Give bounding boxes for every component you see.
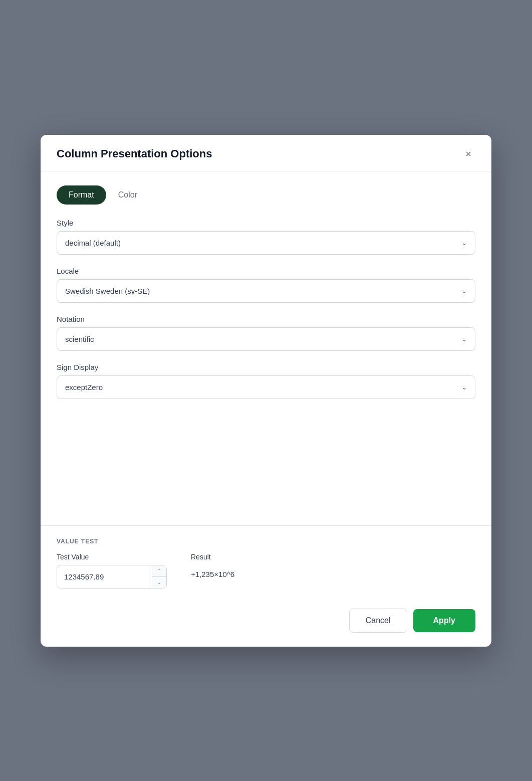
style-field-group: Style decimal (default) percent currency… — [57, 219, 475, 255]
close-button[interactable]: × — [461, 147, 475, 161]
locale-select-wrapper: Swedish Sweden (sv-SE) English US (en-US… — [57, 279, 475, 303]
notation-select[interactable]: scientific standard engineering compact — [57, 327, 475, 351]
sign-display-label: Sign Display — [57, 363, 475, 371]
spinner-buttons: ⌃ ⌄ — [152, 565, 166, 588]
tab-color[interactable]: Color — [110, 185, 145, 205]
style-label: Style — [57, 219, 475, 227]
result-col: Result +1,235×10^6 — [191, 553, 234, 578]
tab-row: Format Color — [57, 185, 475, 205]
test-value-input-wrapper: ⌃ ⌄ — [57, 565, 167, 589]
locale-select[interactable]: Swedish Sweden (sv-SE) English US (en-US… — [57, 279, 475, 303]
dialog-body: Format Color Style decimal (default) per… — [41, 171, 491, 525]
column-presentation-dialog: Column Presentation Options × Format Col… — [41, 135, 491, 647]
style-select-wrapper: decimal (default) percent currency unit … — [57, 231, 475, 255]
cancel-button[interactable]: Cancel — [349, 609, 407, 633]
test-value-label: Test Value — [57, 553, 167, 561]
sign-display-field-group: Sign Display exceptZero auto always neve… — [57, 363, 475, 399]
apply-button[interactable]: Apply — [413, 609, 475, 632]
spinner-up-button[interactable]: ⌃ — [152, 565, 166, 577]
spacer — [57, 411, 475, 511]
result-value: +1,235×10^6 — [191, 565, 234, 578]
spinner-down-button[interactable]: ⌄ — [152, 577, 166, 588]
value-test-row: Test Value ⌃ ⌄ Result +1,235×10^6 — [57, 553, 475, 589]
section-divider — [41, 525, 491, 526]
notation-select-wrapper: scientific standard engineering compact … — [57, 327, 475, 351]
notation-label: Notation — [57, 315, 475, 323]
sign-display-select-wrapper: exceptZero auto always never ⌄ — [57, 375, 475, 399]
sign-display-select[interactable]: exceptZero auto always never — [57, 375, 475, 399]
value-test-heading: VALUE TEST — [57, 538, 475, 545]
result-label: Result — [191, 553, 234, 561]
dialog-title: Column Presentation Options — [57, 147, 212, 160]
locale-label: Locale — [57, 267, 475, 275]
tab-format[interactable]: Format — [57, 185, 106, 205]
value-test-section: VALUE TEST Test Value ⌃ ⌄ Result +1,235×… — [41, 538, 491, 601]
locale-field-group: Locale Swedish Sweden (sv-SE) English US… — [57, 267, 475, 303]
notation-field-group: Notation scientific standard engineering… — [57, 315, 475, 351]
dialog-footer: Cancel Apply — [41, 601, 491, 647]
dialog-header: Column Presentation Options × — [41, 135, 491, 171]
test-value-input[interactable] — [57, 566, 152, 587]
test-value-col: Test Value ⌃ ⌄ — [57, 553, 167, 589]
style-select[interactable]: decimal (default) percent currency unit — [57, 231, 475, 255]
